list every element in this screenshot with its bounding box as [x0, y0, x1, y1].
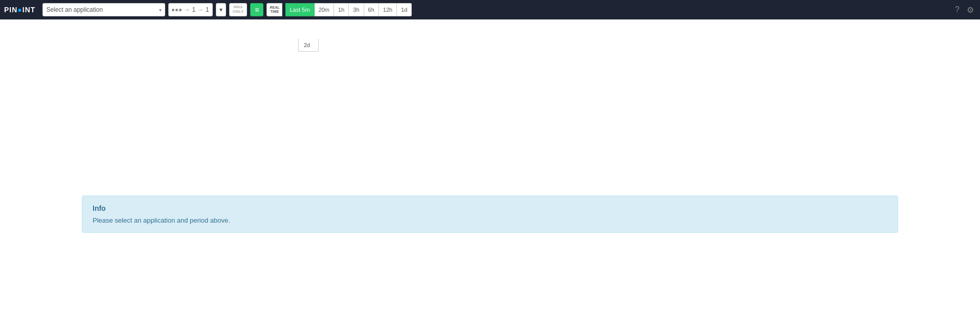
- logo: PIN●INT: [4, 6, 35, 14]
- time-btn-2d[interactable]: 2d: [299, 39, 318, 51]
- wax-only-button[interactable]: WAX ONLY: [229, 3, 248, 16]
- connection-count-left: 1: [192, 6, 195, 13]
- connection-count-right: 1: [206, 6, 209, 13]
- time-btn-last5m[interactable]: Last 5m: [285, 3, 314, 16]
- arrow-right-icon-2: →: [197, 6, 204, 13]
- arrow-right-icon: →: [184, 6, 190, 13]
- app-selector-dropdown[interactable]: Select an application: [46, 6, 162, 13]
- list-icon: ≡: [255, 6, 259, 14]
- help-icon-symbol: ?: [955, 5, 960, 14]
- list-view-button[interactable]: ≡: [250, 3, 263, 16]
- connection-dropdown-button[interactable]: ▾: [216, 3, 226, 16]
- chevron-down-icon-2: ▾: [219, 6, 222, 13]
- time-btn-2d-label: 2d: [304, 42, 310, 48]
- logo-dot: ●: [17, 6, 22, 14]
- main-content: 2d Info Please select an application and…: [0, 19, 980, 325]
- time-period-buttons: Last 5m 20m 1h 3h 6h 12h 1d: [285, 3, 412, 16]
- info-title: Info: [93, 204, 887, 212]
- logo-text: PIN●INT: [4, 6, 35, 14]
- time-btn-1d[interactable]: 1d: [397, 3, 412, 16]
- time-dropdown-popup: 2d: [298, 39, 319, 52]
- settings-icon[interactable]: ⚙: [965, 3, 976, 17]
- info-message: Please select an application and period …: [93, 216, 887, 224]
- app-selector[interactable]: Select an application ▾: [42, 3, 165, 16]
- gear-icon-symbol: ⚙: [967, 5, 974, 15]
- realtime-label: REAL TIME: [266, 3, 282, 16]
- time-btn-6h[interactable]: 6h: [364, 3, 379, 16]
- help-icon[interactable]: ?: [953, 3, 962, 16]
- connection-control: → 1 → 1: [168, 3, 212, 16]
- time-btn-12h[interactable]: 12h: [379, 3, 397, 16]
- time-btn-20m[interactable]: 20m: [315, 3, 334, 16]
- realtime-line2: TIME: [271, 10, 279, 14]
- wax-only-line2: ONLY: [233, 10, 244, 14]
- time-btn-1h[interactable]: 1h: [334, 3, 349, 16]
- realtime-line1: REAL: [270, 6, 279, 10]
- time-btn-3h[interactable]: 3h: [349, 3, 364, 16]
- info-box: Info Please select an application and pe…: [82, 196, 898, 233]
- connection-dots-icon: [172, 9, 182, 11]
- navbar: PIN●INT Select an application ▾ → 1 → 1 …: [0, 0, 980, 19]
